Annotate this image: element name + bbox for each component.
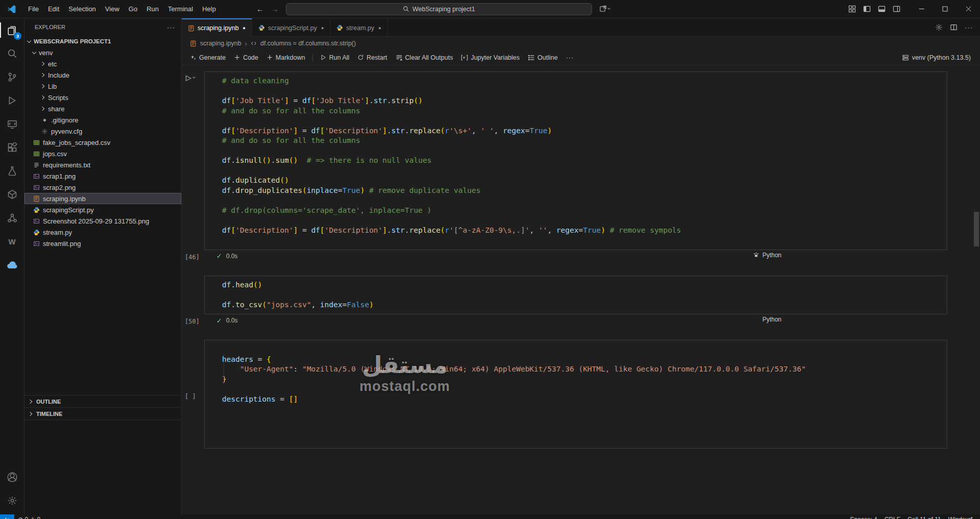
modified-dot[interactable]: ● (243, 26, 246, 31)
project-root-folder[interactable]: WEBSCRAPING PROJECT1 (24, 36, 181, 47)
menu-help[interactable]: Help (198, 3, 220, 15)
breadcrumb-file[interactable]: scraping.ipynb (200, 40, 241, 47)
command-center-search[interactable]: WebScraping project1 (286, 3, 592, 15)
file-fake-jobs-scraped-csv[interactable]: fake_jobs_scraped.csv (24, 137, 181, 148)
file-scrap1-png[interactable]: scrap1.png (24, 170, 181, 182)
eol-setting[interactable]: CRLF (881, 514, 904, 519)
windsurf-status[interactable]: Windsurf (945, 514, 976, 519)
menu-terminal[interactable]: Terminal (163, 3, 198, 15)
jupyter-variables-button[interactable]: Jupyter Variables (457, 53, 524, 63)
toolbar-label: Restart (366, 54, 387, 61)
editor-scrollbar[interactable] (974, 212, 979, 246)
chevron-right-icon (40, 73, 44, 77)
customize-layout-icon[interactable] (848, 5, 856, 13)
restart-kernel-button[interactable]: Restart (353, 53, 391, 63)
file-label: scrapingScript.py (43, 206, 94, 214)
forward-arrow-icon[interactable]: → (271, 5, 279, 13)
cell-editor[interactable]: df.head() df.to_csv("jops.csv", index=Fa… (204, 276, 947, 315)
menu-go[interactable]: Go (124, 3, 142, 15)
toggle-primary-sidebar-icon[interactable] (863, 5, 871, 13)
close-button[interactable] (957, 0, 980, 18)
extensions-icon[interactable] (0, 136, 24, 159)
remote-explorer-icon[interactable] (0, 112, 24, 136)
problems[interactable]: ⊘ 0 ⚠ 0 (14, 514, 44, 519)
folder-venv[interactable]: venv (24, 47, 181, 58)
add-markdown-cell-button[interactable]: Markdown (262, 53, 309, 63)
toggle-panel-icon[interactable] (878, 5, 886, 13)
kernel-picker[interactable]: venv (Python 3.13.5) (902, 54, 980, 61)
cell-editor[interactable]: # data cleaning df['Job Title'] = df['Jo… (204, 71, 947, 250)
menu-run[interactable]: Run (142, 3, 163, 15)
chevron-right-icon (40, 84, 44, 88)
breadcrumb-cell[interactable]: df.columns = df.columns.str.strip() (260, 40, 356, 47)
file-scraping-ipynb[interactable]: scraping.ipynb (24, 193, 181, 204)
folder-share[interactable]: share (24, 103, 181, 114)
code-line: # data cleaning (222, 76, 943, 86)
search-icon[interactable] (0, 42, 24, 65)
panel-outline[interactable]: OUTLINE (24, 395, 181, 407)
layout-controls (848, 5, 900, 13)
modified-dot[interactable]: ● (378, 26, 381, 31)
execution-time: 0.0s (226, 317, 238, 324)
explorer-icon[interactable]: 3 (0, 18, 24, 42)
minimize-button[interactable] (910, 0, 933, 18)
new-window-icon[interactable] (599, 5, 610, 13)
sidebar-panels: OUTLINETIMELINE (24, 395, 181, 419)
maximize-button[interactable] (933, 0, 957, 18)
clear-all-outputs-button[interactable]: Clear All Outputs (391, 53, 457, 63)
folder-etc[interactable]: etc (24, 58, 181, 69)
menu-view[interactable]: View (101, 3, 124, 15)
menu-edit[interactable]: Edit (43, 3, 64, 15)
folder-scripts[interactable]: Scripts (24, 92, 181, 103)
panel-timeline[interactable]: TIMELINE (24, 407, 181, 419)
package-explorer-icon[interactable] (0, 183, 24, 206)
more-actions-button[interactable]: ··· (562, 53, 578, 63)
run-cell-button[interactable]: ▷ (186, 73, 195, 82)
cell-position[interactable]: Cell 11 of 11 (904, 514, 945, 519)
windsurf-icon[interactable]: W (0, 230, 24, 253)
toggle-secondary-sidebar-icon[interactable] (893, 5, 900, 13)
file-stream-py[interactable]: stream.py (24, 227, 181, 238)
cell-language-picker[interactable]: Python (753, 252, 781, 259)
cloud-icon[interactable] (0, 253, 24, 277)
cell-editor[interactable]: headers = { "User-Agent": "Mozilla/5.0 (… (204, 340, 947, 449)
notebook-icon (188, 25, 194, 32)
file-scrap2-png[interactable]: scrap2.png (24, 182, 181, 193)
accounts-icon[interactable] (0, 465, 24, 489)
add-code-cell-button[interactable]: Code (230, 53, 262, 63)
file-scrapingscript-py[interactable]: scrapingScript.py (24, 204, 181, 215)
code-line: df.isnull().sum() # => there is no null … (222, 156, 943, 166)
file-requirements-txt[interactable]: requirements.txt (24, 159, 181, 170)
runall-icon (320, 54, 327, 61)
run-and-debug-icon[interactable] (0, 89, 24, 112)
notebook-settings-icon[interactable] (935, 23, 943, 31)
settings-icon[interactable] (0, 489, 24, 512)
remote-indicator[interactable] (0, 514, 14, 519)
run-all-button[interactable]: Run All (316, 53, 354, 63)
file-jops-csv[interactable]: jops.csv (24, 148, 181, 159)
live-share-icon[interactable] (0, 206, 24, 230)
outline-button[interactable]: Outline (524, 53, 562, 63)
back-arrow-icon[interactable]: ← (256, 5, 264, 13)
generate-button[interactable]: Generate (186, 53, 230, 63)
more-actions-icon[interactable]: ··· (965, 23, 973, 31)
folder-lib[interactable]: Lib (24, 81, 181, 92)
file-gitignore[interactable]: .gitignore (24, 114, 181, 126)
tab-stream-py[interactable]: stream.py● (330, 18, 387, 36)
indentation-setting[interactable]: Spaces: 4 (846, 514, 880, 519)
source-control-icon[interactable] (0, 65, 24, 89)
tab-scrapingscript-py[interactable]: scrapingScript.py● (252, 18, 330, 36)
menu-file[interactable]: File (23, 3, 43, 15)
breadcrumb: scraping.ipynb › df.columns = df.columns… (182, 37, 980, 50)
explorer-more-actions-icon[interactable]: ··· (167, 23, 175, 31)
folder-include[interactable]: Include (24, 69, 181, 81)
tab-scraping-ipynb[interactable]: scraping.ipynb● (182, 18, 252, 37)
cell-language-picker[interactable]: Python (763, 316, 781, 323)
file-streamlit-png[interactable]: streamlit.png (24, 238, 181, 249)
testing-icon[interactable] (0, 159, 24, 183)
split-editor-icon[interactable] (950, 23, 958, 31)
file-pyvenv-cfg[interactable]: pyvenv.cfg (24, 126, 181, 137)
menu-selection[interactable]: Selection (64, 3, 100, 15)
modified-dot[interactable]: ● (321, 26, 324, 31)
file-screenshot-2025-09-29-131755-png[interactable]: Screenshot 2025-09-29 131755.png (24, 215, 181, 227)
